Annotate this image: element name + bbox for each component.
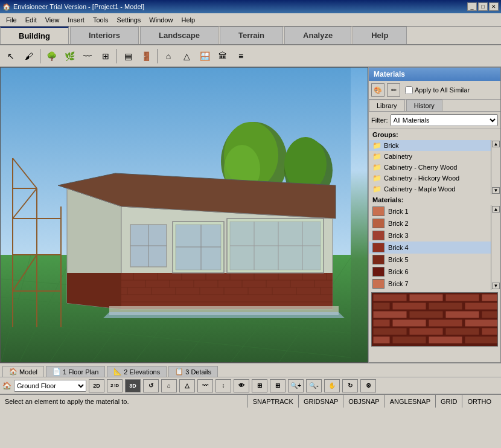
view-3d-btn[interactable]: 3D [125,379,141,392]
group-item-brick[interactable]: 📁 Brick [369,140,491,151]
view-2d-btn[interactable]: 2D [89,379,104,392]
home-btn[interactable]: ⌂ [161,379,177,392]
group-item-cabinetry[interactable]: 📁 Cabinetry [369,151,491,162]
status-objsnap[interactable]: OBJSNAP [343,395,384,408]
pan-btn[interactable]: ✋ [324,379,340,392]
status-ortho[interactable]: ORTHO [462,395,496,408]
menu-file[interactable]: File [2,15,21,25]
group-item-cabinetry-cherry[interactable]: 📁 Cabinetry - Cherry Wood [369,162,491,173]
group-item-cabinetry-maple[interactable]: 📁 Cabinetry - Maple Wood [369,184,491,194]
apply-all-label: Apply to All Similar [415,86,470,94]
maximize-button[interactable]: □ [478,2,488,11]
fence-tool[interactable]: ⊞ [97,48,114,65]
groups-list: 📁 Brick 📁 Cabinetry 📁 Cabinetry - Cherry… [369,140,491,194]
select-tool[interactable]: ↖ [2,48,19,65]
folder-icon: 📁 [372,141,381,150]
status-anglesnap[interactable]: ANGLESNAP [385,395,435,408]
mat-pick-button[interactable]: 🎨 [371,83,385,97]
floor-icon: 🏠 [2,382,11,390]
group-item-cabinetry-hickory[interactable]: 📁 Cabinetry - Hickory Wood [369,173,491,184]
status-snaptrack[interactable]: SNAPTRACK [247,395,298,408]
title-bar-controls[interactable]: _ □ ✕ [467,2,499,11]
tools-row: ↖ 🖌 🌳 🌿 〰 ⊞ ▤ 🚪 ⌂ △ 🪟 🏛 ≡ [0,45,501,67]
folder-icon-2: 📁 [372,152,381,161]
viewport-scene [1,68,351,363]
wall-tool[interactable]: ▤ [120,48,136,65]
status-gridsnap[interactable]: GRIDSNAP [298,395,343,408]
zoomin-btn[interactable]: 🔍+ [288,379,304,392]
tab-model-label: Model [19,368,37,376]
tree-tool[interactable]: 🌳 [43,48,60,65]
eye-btn[interactable]: 👁 [234,379,249,392]
menu-tools[interactable]: Tools [89,15,112,25]
bottom-tab-details[interactable]: 📋 3 Details [168,366,218,377]
menu-window[interactable]: Window [145,15,176,25]
mat-item-brick6[interactable]: Brick 6 [369,266,491,278]
settings-btn[interactable]: ⚙ [360,379,376,392]
wave-btn[interactable]: 〰 [197,379,213,392]
menu-edit[interactable]: Edit [22,15,40,25]
window-tool[interactable]: 🪟 [196,48,213,65]
refresh-btn[interactable]: ↺ [143,379,159,392]
mat-item-label-brick7: Brick 7 [388,280,409,287]
mat-edit-button[interactable]: ✏ [387,83,400,97]
items-scrollbar: Brick 1 Brick 2 Brick 3 Brick 4 Brick 5 [369,205,500,290]
structure-tool[interactable]: 🏛 [214,48,231,65]
mat-tab-history[interactable]: History [406,100,442,111]
tab-details-label: 3 Details [185,368,211,376]
groups-scroll-up[interactable]: ▲ [492,141,500,147]
orbit-btn[interactable]: ↻ [342,379,358,392]
tab-analyze[interactable]: Analyze [284,27,351,44]
mat-item-brick1[interactable]: Brick 1 [369,205,491,217]
mat-item-brick3[interactable]: Brick 3 [369,229,491,242]
menu-help[interactable]: Help [177,15,199,25]
tab-help[interactable]: Help [353,27,407,44]
menu-settings[interactable]: Settings [113,15,145,25]
tab-interiors[interactable]: Interiors [70,27,139,44]
viewport[interactable] [0,67,368,363]
filter-select[interactable]: All Materials [391,114,499,126]
grid2-btn[interactable]: ⊞ [270,379,286,392]
title-bar: 🏠 Envisioneer Trial Version - [Project1 … [0,0,501,13]
door-tool[interactable]: 🚪 [138,48,155,65]
roof-tool[interactable]: ⌂ [160,48,177,65]
tab-building[interactable]: Building [0,27,69,44]
mat-item-brick7[interactable]: Brick 7 [369,278,491,290]
close-button[interactable]: ✕ [489,2,499,11]
terrain-tool[interactable]: 〰 [79,48,96,65]
menu-view[interactable]: View [42,15,63,25]
floor-select[interactable]: Ground Floor 1st Floor 2nd Floor [14,380,86,392]
tab-terrain[interactable]: Terrain [220,27,283,44]
items-scroll-up[interactable]: ▲ [492,206,500,213]
tab-details-icon: 📋 [175,368,183,376]
mat-item-brick5[interactable]: Brick 5 [369,254,491,266]
mat-item-label-brick3: Brick 3 [388,232,409,239]
pointer-btn[interactable]: ↕ [215,379,231,392]
mat-tab-library[interactable]: Library [369,100,405,111]
title-bar-left: 🏠 Envisioneer Trial Version - [Project1 … [2,3,144,11]
minimize-button[interactable]: _ [467,2,477,11]
bottom-tab-model[interactable]: 🏠 Model [2,366,44,377]
svg-rect-105 [409,328,443,335]
zoomout-btn[interactable]: 🔍- [306,379,322,392]
bottom-tab-floorplan[interactable]: 📄 1 Floor Plan [46,366,105,377]
shrub-tool[interactable]: 🌿 [61,48,78,65]
items-scroll-down[interactable]: ▼ [492,283,500,289]
menu-insert[interactable]: Insert [64,15,88,25]
mat-item-label-brick4: Brick 4 [388,244,409,251]
view-2d-iso-btn[interactable]: 2↑D [107,379,123,392]
groups-scroll-down[interactable]: ▼ [492,187,500,194]
mat-swatch-brick6 [372,267,385,277]
status-grid[interactable]: GRID [435,395,462,408]
mat-item-brick4[interactable]: Brick 4 [369,242,491,254]
roof-btn[interactable]: △ [179,379,195,392]
mat-item-brick2[interactable]: Brick 2 [369,217,491,229]
apply-all-checkbox[interactable] [405,86,413,94]
bottom-tabs: 🏠 Model 📄 1 Floor Plan 📐 2 Elevations 📋 … [0,363,501,377]
roof2-tool[interactable]: △ [178,48,195,65]
tab-landscape[interactable]: Landscape [140,27,219,44]
paint-tool[interactable]: 🖌 [21,48,37,65]
stairs-tool[interactable]: ≡ [232,48,249,65]
layers-btn[interactable]: ⊞ [252,379,267,392]
bottom-tab-elevations[interactable]: 📐 2 Elevations [107,366,167,377]
